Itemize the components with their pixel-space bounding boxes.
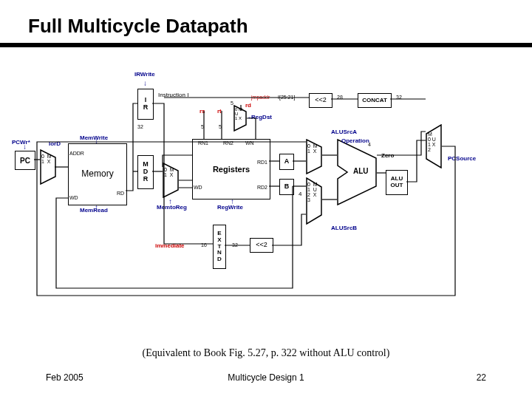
pcsource-signal: PCSource (448, 155, 476, 162)
b-register: B (279, 179, 294, 195)
alusrcb-mux-label: 0 M 1 U 2 X 3 (307, 182, 318, 202)
memtoreg-mux-label: 0 M 1 X (164, 167, 174, 177)
rt-label: rt (217, 108, 222, 115)
pc-block: PC (15, 151, 35, 170)
addr-port: ADDR (69, 151, 84, 156)
irwrite-signal: IRWrite (134, 71, 155, 78)
w5b: 5 (219, 124, 222, 129)
shift-left-2-bottom: <<2 (250, 238, 273, 253)
memwrite-arrow: ↓ (95, 137, 98, 145)
rd2-port: RD2 (257, 185, 267, 190)
w32-label: 32 (396, 95, 402, 100)
instruction-label: Instruction I (158, 92, 188, 98)
slide-title: Full Multicycle Datapath (28, 15, 248, 38)
shift-left-2-top: <<2 (309, 93, 332, 108)
footer-center: Multicycle Design 1 (0, 372, 532, 383)
registers-block: Registers (192, 139, 270, 200)
pcwrite-arrow: ↓ (23, 143, 27, 151)
operation-signal: Operation (341, 137, 369, 144)
iord-mux-label: 0 M 1 X (41, 154, 52, 164)
aluout-block: ALU OUT (386, 170, 408, 195)
mdr-block: M D R (137, 155, 154, 189)
alusrca-mux-label: 0 M 1 X (307, 143, 318, 154)
rs-label: rs (200, 108, 205, 115)
reg-wd-port: WD (194, 185, 202, 190)
regwrite-arrow: ↑ (231, 198, 234, 205)
alusrca-signal: ALUSrcA (331, 129, 357, 135)
regdst-mux-label: 0 M U 1 X (235, 107, 242, 120)
w5c: 5 (231, 100, 233, 106)
mem-rd-port: RD (117, 191, 124, 196)
regdst-arrow: ← (247, 114, 254, 121)
rd1-port: RD1 (257, 160, 267, 165)
datapath-diagram: PC PCWr* ↓ 0 M 1 X IorD Memory ADDR RD W… (12, 66, 520, 332)
memread-signal: MemRead (80, 207, 108, 214)
zero-label: Zero (381, 152, 394, 159)
alusrcb-signal: ALUSrcB (331, 225, 357, 231)
mem-wd-port: WD (69, 195, 78, 200)
immediate-label: immediate (155, 242, 185, 249)
rn1-port: RN1 (198, 140, 208, 146)
irwrite-arrow: ↓ (143, 80, 147, 87)
wn-port: WN (245, 140, 254, 146)
alu-label: ALU (353, 167, 369, 175)
w32b-label: 32 (232, 242, 238, 248)
rd-label: rd (245, 102, 251, 109)
const-four: 4 (299, 191, 301, 197)
extend-block: E X T N D (213, 225, 226, 269)
regdst-signal: RegDst (251, 114, 272, 120)
rn2-port: RN2 (223, 140, 233, 146)
pcwrite-signal: PCWr* (12, 139, 30, 146)
pcsource-mux-label: M 0 U 1 X 2 (428, 132, 436, 152)
title-underline (0, 43, 532, 47)
w16-label: 16 (201, 242, 207, 248)
iord-signal: IorD (49, 140, 61, 147)
op-width: 4 (368, 142, 371, 147)
w28-label: 28 (337, 95, 343, 100)
jmpaddr-label: jmpaddr (251, 95, 270, 100)
bus32-a: 32 (137, 124, 143, 129)
i2521-label: I[25:21] (278, 95, 295, 100)
caption: (Equivalent to Book Fig. 5.27, p. 322 wi… (0, 347, 532, 359)
concat-block: CONCAT (358, 93, 392, 108)
memtoreg-arrow: ↑ (168, 198, 172, 205)
w5a: 5 (201, 124, 204, 129)
footer-right: 22 (477, 372, 486, 383)
ir-block: I R (137, 89, 154, 120)
a-register: A (279, 154, 294, 170)
memread-arrow: ↑ (95, 204, 98, 211)
